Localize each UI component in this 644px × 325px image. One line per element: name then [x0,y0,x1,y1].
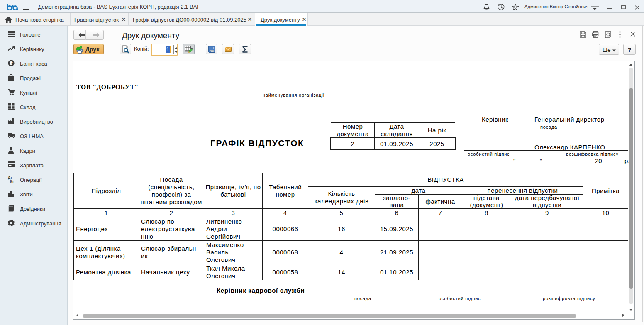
svg-text:Кт: Кт [10,179,14,183]
svg-text:₴: ₴ [10,61,13,66]
